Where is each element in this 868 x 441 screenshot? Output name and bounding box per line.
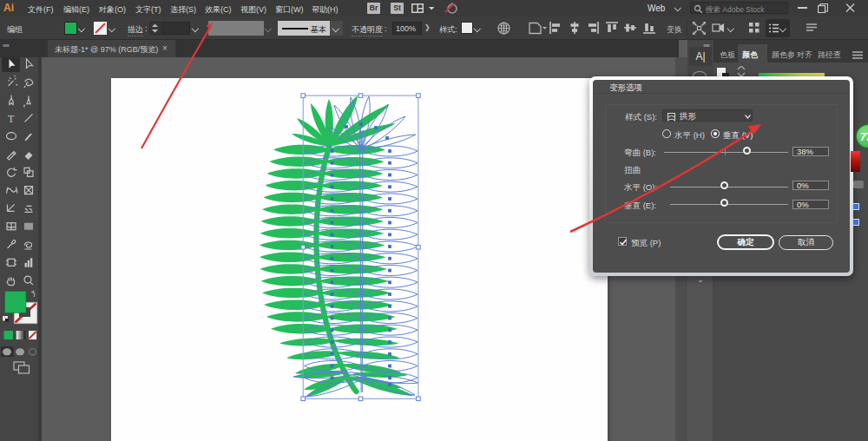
svg-text:T: T — [8, 113, 15, 125]
